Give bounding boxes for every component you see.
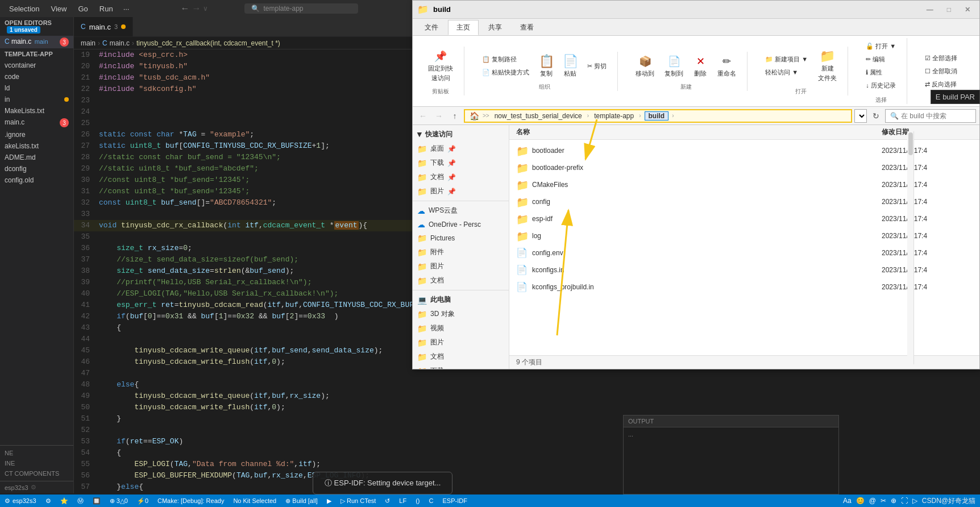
ribbon-btn-new-item[interactable]: 📁 新建项目 ▼	[761, 53, 812, 65]
sidebar-item-akelists[interactable]: akeLists.txt	[0, 140, 73, 152]
sidebar-item-ne[interactable]: NE	[0, 448, 73, 458]
sidebar-item-adme[interactable]: ADME.md	[0, 152, 73, 163]
search-bar-explorer[interactable]: 🔍	[885, 109, 976, 123]
editor-tab-main-c[interactable]: C main.c 3	[74, 17, 133, 36]
menu-view[interactable]: View	[46, 3, 71, 14]
sidebar-video[interactable]: 📁视频	[413, 321, 509, 335]
ribbon-btn-pin[interactable]: 📌 固定到快速访问	[424, 47, 457, 85]
status-plus[interactable]: ⊕	[891, 497, 896, 505]
status-esp-idf[interactable]: ESP-IDF	[442, 497, 467, 504]
sidebar-downloads-1[interactable]: 📁下载 📌	[413, 156, 509, 170]
status-parens[interactable]: ()	[416, 497, 420, 504]
status-esp32s3[interactable]: ⚙esp32s3	[5, 497, 36, 505]
ribbon-btn-copy-to[interactable]: 📄 复制到	[661, 52, 687, 81]
nav-forward[interactable]: →	[192, 3, 201, 14]
explorer-close[interactable]: ✕	[960, 3, 975, 16]
sidebar-onedrive[interactable]: ☁OneDrive - Persc	[413, 218, 509, 231]
status-gear[interactable]: ⚙	[45, 497, 51, 505]
ribbon-btn-history[interactable]: ↓ 历史记录	[862, 80, 900, 92]
status-run-ctest[interactable]: ▷ Run CTest	[340, 497, 376, 505]
status-play2[interactable]: ▷	[912, 497, 917, 505]
sidebar-attachments[interactable]: 📁附件	[413, 245, 509, 259]
ribbon-btn-select-all[interactable]: ☑ 全部选择	[921, 52, 961, 64]
ribbon-tab-share[interactable]: 共享	[480, 20, 510, 35]
status-emoji[interactable]: 😊	[856, 497, 865, 505]
address-bar[interactable]: 🏠 >> now_test_tusb_serial_device › templ…	[464, 109, 852, 123]
explorer-minimize[interactable]: —	[922, 3, 938, 16]
status-errors[interactable]: ⊕ 3△0	[110, 497, 128, 505]
sidebar-item-main-c2[interactable]: main.c 3	[0, 117, 73, 129]
ribbon-btn-easy-access[interactable]: 轻松访问 ▼	[761, 67, 812, 78]
sidebar-item-makelists[interactable]: MakeLists.txt	[0, 105, 73, 117]
sidebar-item-main-c[interactable]: C main.c main 3	[0, 36, 73, 48]
status-lf[interactable]: LF	[399, 497, 406, 504]
ribbon-btn-move[interactable]: 📦 移动到	[632, 52, 658, 81]
ribbon-tab-home[interactable]: 主页	[448, 20, 479, 35]
status-kit[interactable]: No Kit Selected	[233, 497, 276, 504]
sidebar-docs-1[interactable]: 📁文档 📌	[413, 170, 509, 184]
search-input-explorer[interactable]	[901, 112, 969, 120]
ribbon-btn-paste-shortcut[interactable]: 📄 粘贴快捷方式	[478, 67, 533, 78]
sidebar-item-vcontainer[interactable]: vcontainer	[0, 60, 73, 71]
menu-go[interactable]: Go	[73, 3, 92, 14]
nav-more[interactable]: ∨	[203, 5, 208, 13]
status-build[interactable]: ⊕ Build [all]	[285, 497, 318, 505]
sidebar-item-dconfig[interactable]: dconfig	[0, 163, 73, 174]
status-warnings[interactable]: ⚡0	[137, 497, 148, 505]
ribbon-btn-cut[interactable]: ✂ 剪切	[583, 60, 611, 72]
ribbon-btn-new-folder[interactable]: 📁 新建文件夹	[814, 47, 841, 85]
search-bar[interactable]: 🔍 template-app	[244, 3, 358, 14]
menu-run[interactable]: Run	[95, 3, 118, 14]
sidebar-item-config-old[interactable]: config.old	[0, 174, 73, 186]
address-current[interactable]: build	[645, 111, 669, 120]
address-segment-2[interactable]: template-app	[592, 112, 636, 120]
status-c[interactable]: C	[429, 497, 434, 504]
ribbon-btn-invert-select[interactable]: ⇄ 反向选择	[921, 78, 961, 90]
sidebar-item-ignore[interactable]: .ignore	[0, 129, 73, 140]
ribbon-btn-deselect-all[interactable]: ☐ 全部取消	[921, 65, 961, 77]
sidebar-pics-3[interactable]: 📁图片	[413, 335, 509, 350]
nav-up-btn[interactable]: ↑	[448, 109, 462, 123]
ribbon-btn-copy-path[interactable]: 📋 复制路径	[478, 53, 533, 65]
status-aa[interactable]: Aa	[843, 497, 852, 505]
sidebar-docs-3[interactable]: 📁文档	[413, 350, 509, 364]
status-cut[interactable]: ✂	[881, 497, 886, 505]
sidebar-downloads-2[interactable]: 📁下载	[413, 364, 509, 369]
address-dropdown[interactable]	[854, 109, 867, 123]
status-expand[interactable]: ⛶	[901, 497, 908, 505]
scroll-indicator[interactable]	[907, 131, 914, 364]
ribbon-btn-delete[interactable]: ✕ 删除	[690, 52, 711, 81]
status-at[interactable]: @	[869, 497, 876, 505]
refresh-btn[interactable]: ↻	[869, 109, 883, 123]
status-star[interactable]: ⭐	[60, 497, 68, 505]
address-segment-1[interactable]: now_test_tusb_serial_device	[493, 112, 584, 120]
ribbon-btn-edit[interactable]: ✏ 编辑	[862, 53, 900, 65]
nav-back[interactable]: ←	[180, 3, 189, 14]
sidebar-item-ld[interactable]: ld	[0, 82, 73, 94]
ribbon-btn-properties[interactable]: ℹ 属性	[862, 67, 900, 78]
menu-more[interactable]: ···	[120, 3, 133, 14]
sidebar-item-in[interactable]: in	[0, 94, 73, 105]
ribbon-btn-copy[interactable]: 📋 复制	[535, 52, 557, 81]
sidebar-item-code[interactable]: code	[0, 71, 73, 82]
status-play[interactable]: ▶	[327, 497, 331, 505]
sidebar-item-ct-components[interactable]: CT COMPONENTS	[0, 468, 73, 479]
status-m[interactable]: Ⓜ	[77, 497, 84, 505]
sidebar-pics-1[interactable]: 📁图片 📌	[413, 184, 509, 198]
sidebar-wps-cloud[interactable]: ☁WPS云盘	[413, 203, 509, 218]
sidebar-item-ine[interactable]: INE	[0, 458, 73, 468]
sidebar-3d[interactable]: 📁3D 对象	[413, 307, 509, 321]
ribbon-btn-open[interactable]: 🔓 打开 ▼	[862, 40, 900, 52]
status-refresh[interactable]: ↺	[385, 497, 390, 505]
sidebar-docs-2[interactable]: 📁文档	[413, 273, 509, 288]
status-cmake[interactable]: CMake: [Debug]: Ready	[157, 497, 224, 504]
ribbon-tab-file[interactable]: 文件	[416, 20, 447, 35]
explorer-maximize[interactable]: □	[942, 3, 956, 16]
sidebar-pics-2[interactable]: 📁图片	[413, 259, 509, 273]
menu-selection[interactable]: Selection	[5, 3, 44, 14]
ribbon-btn-rename[interactable]: ✏ 重命名	[713, 52, 740, 81]
ribbon-tab-view[interactable]: 查看	[512, 20, 542, 35]
sidebar-pictures-2[interactable]: 📁Pictures	[413, 231, 509, 245]
ribbon-btn-paste[interactable]: 📄 粘贴	[559, 52, 581, 81]
status-square[interactable]: 🔲	[93, 497, 101, 505]
